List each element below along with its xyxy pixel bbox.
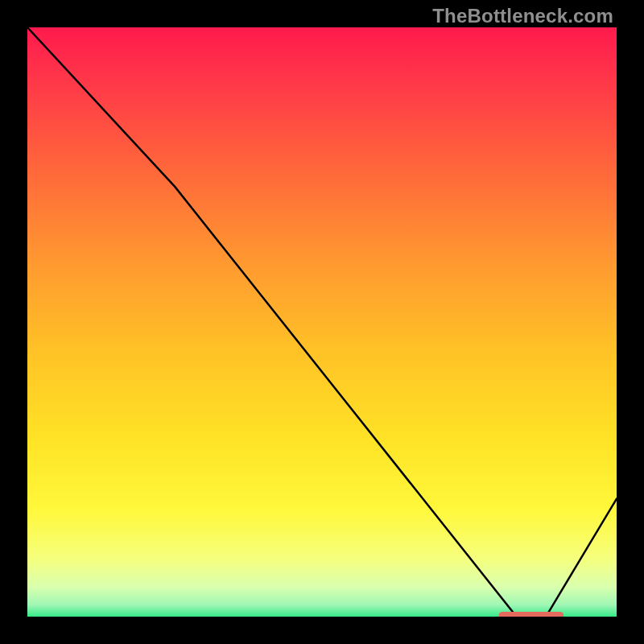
chart-svg (27, 27, 617, 617)
svg-rect-0 (499, 612, 564, 617)
watermark-credit: TheBottleneck.com (432, 5, 613, 27)
minimum-marker (499, 612, 564, 617)
chart-background-gradient (27, 27, 617, 617)
chart-plot-area (27, 27, 617, 617)
